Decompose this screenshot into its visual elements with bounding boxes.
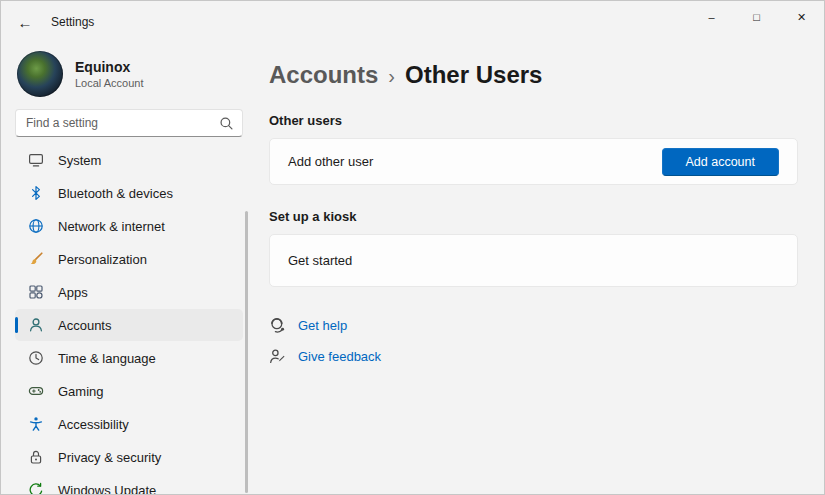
user-name: Equinox (75, 59, 144, 75)
add-account-button[interactable]: Add account (662, 148, 780, 176)
network-icon (27, 218, 44, 235)
bluetooth-icon (27, 185, 44, 202)
sidebar-item-gaming[interactable]: Gaming (15, 375, 243, 407)
help-links: Get help Give feedback (269, 317, 798, 365)
give-feedback-row: Give feedback (269, 348, 798, 365)
sidebar-item-label: Network & internet (58, 219, 165, 234)
sidebar-item-network-internet[interactable]: Network & internet (15, 210, 243, 242)
personalization-icon (27, 251, 44, 268)
main-content: Accounts › Other Users Other users Add o… (251, 43, 824, 495)
maximize-button[interactable]: □ (734, 1, 779, 33)
titlebar: ← Settings – □ ✕ (1, 1, 824, 43)
window-title: Settings (51, 15, 94, 29)
sidebar-item-label: Windows Update (58, 483, 156, 495)
breadcrumb: Accounts › Other Users (269, 61, 798, 89)
gaming-icon (27, 383, 44, 400)
accessibility-icon (27, 416, 44, 433)
sidebar-item-label: Personalization (58, 252, 147, 267)
sidebar-item-label: Privacy & security (58, 450, 161, 465)
sidebar-item-personalization[interactable]: Personalization (15, 243, 243, 275)
feedback-icon (269, 348, 286, 365)
privacy-security-icon (27, 449, 44, 466)
search-icon[interactable] (219, 116, 234, 131)
minimize-button[interactable]: – (689, 1, 734, 33)
user-account-card[interactable]: Equinox Local Account (15, 49, 245, 107)
sidebar-item-bluetooth-devices[interactable]: Bluetooth & devices (15, 177, 243, 209)
time-language-icon (27, 350, 44, 367)
close-button[interactable]: ✕ (779, 1, 824, 33)
sidebar-item-windows-update[interactable]: Windows Update (15, 474, 243, 495)
apps-icon (27, 284, 44, 301)
sidebar-item-time-language[interactable]: Time & language (15, 342, 243, 374)
sidebar-item-privacy-security[interactable]: Privacy & security (15, 441, 243, 473)
search-input[interactable] (26, 116, 219, 130)
section-heading-kiosk: Set up a kiosk (269, 209, 798, 224)
get-help-row: Get help (269, 317, 798, 334)
window-controls: – □ ✕ (689, 1, 824, 33)
kiosk-get-started-label: Get started (288, 253, 352, 268)
settings-window: ← Settings – □ ✕ Equinox Local Account (0, 0, 825, 495)
accounts-icon (27, 317, 44, 334)
search-box (15, 109, 243, 137)
sidebar-nav: System Bluetooth & devices Network & int… (15, 143, 245, 495)
kiosk-get-started-row[interactable]: Get started (269, 234, 798, 287)
sidebar-item-system[interactable]: System (15, 144, 243, 176)
avatar (17, 51, 63, 97)
page-title: Other Users (405, 61, 542, 89)
sidebar-item-accessibility[interactable]: Accessibility (15, 408, 243, 440)
sidebar-item-label: Time & language (58, 351, 156, 366)
user-info: Equinox Local Account (75, 59, 144, 89)
user-account-type: Local Account (75, 77, 144, 89)
sidebar-item-label: Apps (58, 285, 88, 300)
sidebar-item-label: Bluetooth & devices (58, 186, 173, 201)
breadcrumb-accounts[interactable]: Accounts (269, 61, 378, 89)
sidebar-item-apps[interactable]: Apps (15, 276, 243, 308)
sidebar-item-accounts[interactable]: Accounts (15, 309, 243, 341)
add-other-user-row: Add other user Add account (269, 138, 798, 185)
give-feedback-link[interactable]: Give feedback (298, 349, 381, 364)
sidebar-item-label: System (58, 153, 101, 168)
add-other-user-label: Add other user (288, 154, 373, 169)
breadcrumb-separator: › (388, 65, 395, 88)
get-help-icon (269, 317, 286, 334)
sidebar: Equinox Local Account System (1, 43, 251, 495)
sidebar-item-label: Gaming (58, 384, 104, 399)
sidebar-item-label: Accessibility (58, 417, 129, 432)
sidebar-scrollbar[interactable] (245, 211, 248, 493)
windows-update-icon (27, 482, 44, 495)
get-help-link[interactable]: Get help (298, 318, 347, 333)
sidebar-item-label: Accounts (58, 318, 111, 333)
system-icon (27, 152, 44, 169)
back-button[interactable]: ← (9, 7, 41, 37)
section-heading-other-users: Other users (269, 113, 798, 128)
